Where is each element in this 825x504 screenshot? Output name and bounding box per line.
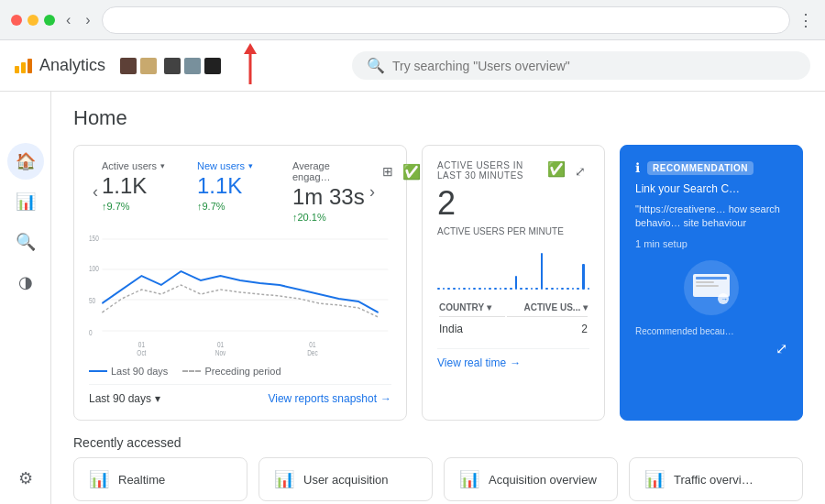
metric-active-users: Active users ▾ 1.1K 9.7%: [102, 160, 175, 223]
recent-traffic-label: Traffic overvi…: [674, 473, 754, 487]
metric-avg-engagement-label: Average engag…: [292, 160, 366, 182]
realtime-expand-button[interactable]: ⤢: [571, 160, 589, 182]
country-col-header[interactable]: COUNTRY ▾: [439, 299, 505, 317]
bar-27: [572, 288, 575, 290]
metric-new-users-value: 1.1K: [197, 173, 270, 199]
analytics-logo: Analytics: [15, 56, 105, 75]
bar-28: [577, 288, 579, 290]
metrics-next-button[interactable]: ›: [366, 175, 379, 209]
metric-active-users-change: 9.7%: [102, 201, 175, 212]
bar-5: [458, 288, 461, 290]
svg-text:→: →: [720, 295, 728, 303]
property-icon-5[interactable]: [204, 58, 221, 74]
svg-text:100: 100: [89, 264, 99, 273]
compare-icon-button[interactable]: ⊞: [379, 160, 397, 182]
svg-rect-18: [696, 281, 714, 283]
recommendations-card: ℹ RECOMMENDATION Link your Search C… "ht…: [620, 145, 803, 421]
bar-7: [468, 288, 471, 290]
bar-30: [588, 288, 590, 290]
svg-marker-1: [244, 43, 257, 54]
mini-bar-chart: [437, 244, 589, 290]
realtime-check-icon: ✅: [547, 160, 566, 182]
minimize-dot[interactable]: [28, 15, 38, 26]
bar-20: [535, 288, 538, 290]
page-title: Home: [73, 106, 803, 130]
view-realtime-link[interactable]: View real time →: [437, 356, 589, 369]
browser-chrome: ‹ › ⋮: [0, 0, 825, 40]
logo-bar-3: [28, 59, 32, 73]
close-dot[interactable]: [11, 15, 22, 26]
users-col-header[interactable]: ACTIVE US... ▾: [507, 299, 588, 317]
rec-card-footer: ⤢: [635, 340, 787, 357]
svg-rect-17: [696, 277, 727, 279]
bar-18: [525, 288, 528, 290]
metric-active-users-dropdown[interactable]: ▾: [160, 161, 165, 170]
bar-19: [531, 288, 534, 290]
top-bar: Analytics 🔍: [0, 40, 825, 92]
recent-cards-list: 📊 Realtime 📊 User acquisition 📊 Acquisit…: [73, 457, 803, 501]
chart-area: 150 100 50 0 01: [89, 230, 391, 358]
recent-card-traffic[interactable]: 📊 Traffic overvi…: [629, 457, 803, 501]
address-bar[interactable]: [102, 6, 790, 34]
bar-23: [551, 288, 554, 290]
sidebar-item-explore[interactable]: 🔍: [7, 224, 44, 260]
traffic-lights: [11, 15, 55, 26]
chart-legend: Last 90 days Preceding period: [89, 366, 391, 377]
metric-new-users-dropdown[interactable]: ▾: [248, 161, 253, 170]
recent-card-acquisition-overview[interactable]: 📊 Acquisition overview: [444, 457, 618, 501]
sidebar-item-reports[interactable]: 📊: [7, 183, 44, 220]
property-icon-2[interactable]: [140, 58, 157, 74]
sidebar: 🏠 📊 🔍 ◑ ⚙: [0, 92, 51, 504]
back-button[interactable]: ‹: [62, 8, 74, 32]
property-icon-3[interactable]: [164, 58, 181, 74]
explore-icon: 🔍: [16, 232, 36, 252]
country-table: COUNTRY ▾ ACTIVE US... ▾ India 2: [437, 297, 589, 341]
recent-card-realtime[interactable]: 📊 Realtime: [73, 457, 248, 501]
property-icon-1[interactable]: [120, 58, 137, 74]
forward-button[interactable]: ›: [82, 8, 94, 32]
date-range-selector[interactable]: Last 90 days ▾: [89, 392, 160, 405]
search-icon: 🔍: [367, 57, 385, 74]
realtime-footer: View real time →: [437, 348, 589, 369]
recent-user-acq-label: User acquisition: [303, 473, 389, 487]
metrics-prev-button[interactable]: ‹: [89, 175, 102, 209]
metric-avg-engagement: Average engag… 1m 33s 20.1%: [292, 160, 366, 223]
app-container: 🏠 📊 🔍 ◑ ⚙ Home ‹: [0, 40, 825, 504]
country-users: 2: [507, 319, 588, 339]
sidebar-item-settings[interactable]: ⚙: [7, 460, 44, 497]
view-reports-link[interactable]: View reports snapshot →: [268, 392, 391, 405]
active-users-per-minute-label: ACTIVE USERS PER MINUTE: [437, 226, 589, 236]
search-input[interactable]: [392, 59, 796, 73]
property-icon-4[interactable]: [184, 58, 201, 74]
search-bar[interactable]: 🔍: [352, 51, 810, 80]
home-icon: 🏠: [16, 151, 36, 171]
analytics-chart: 150 100 50 0 01: [89, 230, 391, 358]
browser-menu-icon[interactable]: ⋮: [798, 10, 814, 30]
metric-avg-engagement-value: 1m 33s: [292, 184, 366, 210]
rec-expand-button[interactable]: ⤢: [776, 340, 787, 357]
metric-new-users-change: 9.7%: [197, 201, 270, 212]
rec-footer: Recommended becau…: [635, 326, 787, 336]
svg-text:Oct: Oct: [137, 348, 147, 357]
bar-22: [545, 288, 548, 290]
main-analytics-card: ‹ Active users ▾ 1.1K 9.7%: [73, 145, 407, 421]
bar-4: [453, 288, 456, 290]
bar-17: [520, 288, 522, 290]
sidebar-item-home[interactable]: 🏠: [7, 143, 44, 180]
bar-3: [447, 288, 450, 290]
bar-8: [473, 288, 476, 290]
rec-header: ℹ RECOMMENDATION: [635, 160, 787, 175]
reports-icon: 📊: [16, 192, 36, 212]
maximize-dot[interactable]: [44, 15, 55, 26]
sidebar-item-advertising[interactable]: ◑: [7, 264, 44, 301]
logo-icon: [15, 59, 32, 73]
recent-card-user-acquisition[interactable]: 📊 User acquisition: [258, 457, 433, 501]
metric-avg-engagement-change: 20.1%: [292, 212, 366, 223]
recently-accessed-title: Recently accessed: [73, 435, 803, 450]
logo-bar-1: [15, 66, 19, 73]
recent-user-acq-icon: 📊: [274, 469, 294, 489]
table-row: India 2: [439, 319, 588, 339]
metrics-nav: ‹ Active users ▾ 1.1K 9.7%: [89, 160, 391, 223]
recent-realtime-label: Realtime: [118, 473, 165, 487]
active-users-30min-label: ACTIVE USERS IN LAST 30 MINUTES: [437, 160, 547, 181]
